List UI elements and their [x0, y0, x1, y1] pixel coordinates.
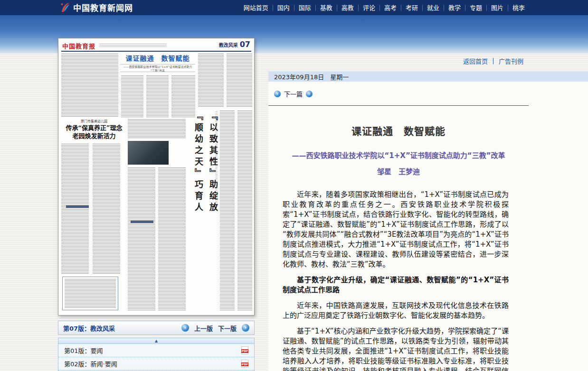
paper-text-column [61, 144, 89, 274]
pdf-icon[interactable]: PDF [241, 360, 248, 368]
paper-header-rule [61, 51, 251, 52]
collapse-strip[interactable]: ▲ [58, 338, 255, 344]
current-page-label: 第07版：教改风采 [63, 324, 115, 333]
article-paragraph: 近年来，中国铁路高速发展，互联网技术及现代化信息技术在铁路上的广泛应用奠定了铁路… [283, 301, 509, 321]
site-logo[interactable]: 中国教育新闻网 [60, 1, 133, 13]
paper-vertical-byline [215, 111, 218, 206]
date-text: 2023年09月18日 星期一 [274, 72, 349, 81]
paper-text-column [61, 54, 118, 117]
page-nav-controls: ‹ 上一版 下一版 › [181, 324, 249, 333]
ad-rates-link[interactable]: 广告刊例 [499, 56, 523, 65]
up-triangle-icon: ▲ [155, 339, 158, 343]
paper-text-column [198, 54, 224, 108]
paper-text-column [65, 279, 116, 308]
paper-section-label: 教改风采 07 [219, 40, 250, 49]
next-article-link[interactable]: 下一篇 [284, 89, 303, 98]
paper-boxed-item [62, 277, 118, 310]
page-nav-bar: 第07版：教改风采 ‹ 上一版 下一版 › [58, 321, 255, 335]
paper-text-column [237, 111, 252, 311]
pdf-icon-label: PDF [241, 349, 248, 353]
site-logo-text: 中国教育新闻网 [73, 1, 133, 13]
article-section-heading: 基于数字化产业升级，确定“课证融通、数智赋能”的“1+X”证书制度试点工作思路 [283, 275, 509, 295]
paper-text-column [93, 144, 120, 274]
paper-section-name: 教改风采 [219, 41, 238, 48]
paper-text-column [121, 75, 143, 118]
version-item-02[interactable]: 第02版：新闻·要闻 PDF [58, 357, 254, 371]
article-author: 邹星 王梦迪 [268, 166, 529, 176]
paper-text-column [158, 167, 186, 311]
next-page-icon[interactable]: › [242, 324, 249, 332]
paper-headline: 课证融通 数智赋能 [126, 55, 190, 62]
nav-teaching[interactable]: 教学 [444, 5, 465, 11]
paper-headline-block: 课证融通 数智赋能 ——西安铁路职业技术学院以“1+X”证书制度试点助力“三教”… [120, 53, 195, 73]
next-page-link[interactable]: 下一版 [218, 324, 237, 333]
nav-postgraduate[interactable]: 考研 [401, 5, 422, 11]
nav-special-topics[interactable]: 专题 [465, 5, 486, 11]
version-list: 第01版：要闻 PDF 第02版：新闻·要闻 PDF [58, 344, 255, 371]
paper-text-column [220, 111, 235, 311]
paper-mid-line2: 老园焕发新活力 [63, 132, 125, 140]
top-nav: 网站首页 国内 国际 基教 高教 评论 高考 考研 就业 教学 专题 图片 桃李 [239, 0, 529, 15]
paper-subhead-bar [66, 205, 89, 208]
paper-masthead: 中国教育报 [62, 41, 95, 50]
article-body: 近年来，随着多项国家政策相继出台，“1+X”证书制度试点已成为职业教育改革的重点… [283, 190, 509, 371]
paper-photo [128, 141, 169, 165]
paper-text-column [227, 54, 252, 108]
logo-icon [60, 2, 70, 13]
page: 中国教育新闻网 网站首页 国内 国际 基教 高教 评论 高考 考研 就业 教学 … [0, 0, 588, 371]
pdf-icon[interactable]: PDF [241, 346, 248, 354]
paper-subhead-bar [131, 221, 153, 223]
nav-domestic[interactable]: 国内 [273, 5, 294, 11]
article-nav: ‹ 下一篇 › [274, 89, 313, 98]
nav-commentary[interactable]: 评论 [358, 5, 379, 11]
prev-page-icon[interactable]: ‹ [181, 324, 189, 332]
next-article-icon[interactable]: › [306, 91, 313, 97]
article-paragraph: 近年来，随着多项国家政策相继出台，“1+X”证书制度试点已成为职业教育改革的重点… [283, 190, 509, 269]
nav-basic-education[interactable]: 基教 [315, 5, 337, 11]
separator [493, 58, 493, 64]
back-home-link[interactable]: 返回首页 [463, 56, 488, 65]
paper-vertical-line1: 『顺幼之天』巧育人 [192, 111, 204, 259]
nav-higher-education[interactable]: 高教 [337, 5, 358, 11]
paper-text-column [128, 119, 186, 139]
version-item-01[interactable]: 第01版：要闻 PDF [58, 344, 254, 357]
version-label: 第02版：新闻·要闻 [64, 359, 117, 368]
nav-international[interactable]: 国际 [294, 5, 315, 11]
version-label: 第01版：要闻 [64, 346, 103, 355]
prev-article-icon[interactable]: ‹ [274, 91, 281, 97]
top-navbar: 中国教育新闻网 网站首页 国内 国际 基教 高教 评论 高考 考研 就业 教学 … [0, 0, 588, 15]
date-bar: 2023年09月18日 星期一 [268, 71, 588, 82]
paper-mid-prefix: 厦门市集美幼儿园 [63, 119, 125, 124]
divider-line [268, 105, 529, 106]
prev-page-link[interactable]: 上一版 [194, 324, 213, 333]
nav-taoli[interactable]: 桃李 [508, 5, 529, 11]
article-paragraph: 基于“1+X”核心内涵和产业数字化升级大趋势，学院探索确定了“课证融通、数智赋能… [283, 326, 509, 371]
paper-header-info [99, 44, 167, 47]
paper-text-column [128, 167, 155, 311]
nav-pictures[interactable]: 图片 [486, 5, 508, 11]
article-subtitle: ——西安铁路职业技术学院以“1+X”证书制度试点助力“三教”改革 [268, 151, 529, 160]
paper-mid-line1: 传承“保真养正”理念 [63, 124, 125, 132]
paper-page-number: 07 [240, 40, 250, 49]
nav-home[interactable]: 网站首页 [239, 5, 273, 11]
paper-mid-headline: 厦门市集美幼儿园 传承“保真养正”理念 老园焕发新活力 [63, 119, 125, 142]
nav-gaokao[interactable]: 高考 [379, 5, 401, 11]
top-links: 返回首页 广告刊例 [463, 56, 523, 65]
article-title: 课证融通 数智赋能 [268, 124, 529, 139]
article-panel: ‹ 下一篇 › 课证融通 数智赋能 ——西安铁路职业技术学院以“1+X”证书制度… [268, 82, 588, 371]
nav-employment[interactable]: 就业 [422, 5, 444, 11]
paper-subheadline: ——西安铁路职业技术学院以“1+X”证书制度试点助力“三教”改革 [120, 64, 195, 72]
newspaper-preview[interactable]: 中国教育报 教改风采 07 课证融通 数智赋能 ——西安铁路职业技术学院以“1+… [58, 38, 255, 315]
pdf-icon-label: PDF [241, 362, 248, 366]
paper-text-column [146, 75, 169, 118]
